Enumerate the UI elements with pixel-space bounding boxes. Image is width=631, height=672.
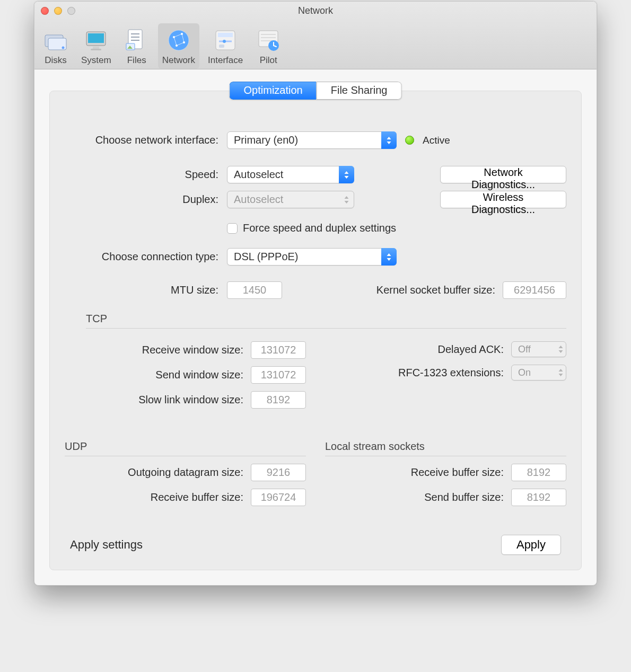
outgoing-dg-label: Outgoing datagram size: [128, 466, 243, 479]
network-icon [166, 28, 191, 53]
rfc1323-label: RFC-1323 extensions: [398, 367, 504, 379]
popup-arrows-icon [339, 166, 354, 183]
slow-link-label: Slow link window size: [138, 394, 243, 406]
speed-select[interactable]: Autoselect [227, 166, 354, 183]
toolbar-system[interactable]: System [77, 23, 116, 69]
toolbar-label: Pilot [260, 55, 277, 66]
tab-segmented: Optimization File Sharing [230, 82, 402, 100]
recv-win-input[interactable] [251, 341, 306, 359]
checkbox-box-icon [227, 223, 238, 234]
content: Optimization File Sharing Choose network… [34, 69, 597, 585]
toolbar: Disks System Files Network [39, 23, 592, 69]
toolbar-label: Disks [45, 55, 67, 66]
wireless-diagnostics-button[interactable]: Wireless Diagnostics... [440, 191, 566, 208]
send-win-input[interactable] [251, 366, 306, 384]
apply-settings-label: Apply settings [70, 538, 143, 552]
popup-arrows-icon [339, 191, 354, 208]
divider [86, 328, 566, 329]
preferences-window: Network Disks System Files [34, 1, 597, 586]
svg-point-22 [223, 40, 226, 43]
udp-recv-buf-input[interactable] [251, 489, 306, 506]
close-window-button[interactable] [41, 7, 49, 15]
toolbar-pilot[interactable]: Pilot [251, 23, 285, 69]
send-win-label: Send window size: [155, 369, 243, 381]
toolbar-label: System [81, 55, 111, 66]
mtu-input[interactable] [227, 281, 282, 299]
minimize-window-button[interactable] [54, 7, 62, 15]
rfc1323-value: On [518, 367, 531, 378]
network-diagnostics-button[interactable]: Network Diagnostics... [440, 166, 566, 183]
toolbar-label: Files [127, 55, 146, 66]
interface-icon [213, 28, 238, 53]
popup-arrows-icon [555, 341, 566, 357]
speed-value: Autoselect [234, 169, 283, 181]
apply-button[interactable]: Apply [501, 535, 561, 555]
system-icon [83, 28, 109, 53]
settings-panel: Optimization File Sharing Choose network… [49, 91, 582, 570]
titlebar: Network Disks System Files [34, 2, 597, 69]
disks-icon [43, 28, 68, 53]
delayed-ack-select: Off [511, 341, 566, 357]
interface-value: Primary (en0) [234, 134, 298, 146]
ls-recv-buf-input[interactable] [511, 464, 566, 481]
kernel-buffer-label: Kernel socket buffer size: [376, 284, 495, 296]
ls-send-buf-label: Send buffer size: [424, 491, 504, 503]
divider [325, 456, 566, 456]
svg-rect-5 [93, 47, 99, 49]
udp-heading: UDP [65, 440, 306, 453]
connection-type-label: Choose connection type: [65, 251, 218, 263]
connection-type-select[interactable]: DSL (PPPoE) [227, 248, 397, 266]
svg-rect-6 [91, 49, 101, 50]
toolbar-files[interactable]: Files [120, 23, 154, 69]
svg-rect-4 [88, 33, 104, 43]
divider [65, 456, 306, 456]
window-title: Network [34, 2, 597, 16]
toolbar-label: Network [162, 55, 195, 66]
ls-recv-buf-label: Receive buffer size: [411, 466, 504, 479]
force-speed-checkbox[interactable]: Force speed and duplex settings [227, 222, 396, 234]
svg-rect-20 [218, 33, 233, 37]
interface-select[interactable]: Primary (en0) [227, 131, 397, 149]
local-stream-heading: Local stream sockets [325, 440, 566, 453]
duplex-select: Autoselect [227, 191, 354, 208]
slow-link-input[interactable] [251, 391, 306, 409]
force-speed-label: Force speed and duplex settings [243, 222, 396, 234]
popup-arrows-icon [555, 365, 566, 381]
speed-label: Speed: [65, 169, 218, 181]
duplex-value: Autoselect [234, 193, 283, 206]
rfc1323-select: On [511, 365, 566, 381]
kernel-buffer-input[interactable] [503, 281, 566, 299]
delayed-ack-value: Off [518, 344, 531, 355]
status-active-label: Active [423, 135, 450, 146]
ls-send-buf-input[interactable] [511, 489, 566, 506]
toolbar-interface[interactable]: Interface [204, 23, 247, 69]
pilot-icon [256, 28, 281, 53]
tab-file-sharing[interactable]: File Sharing [317, 82, 402, 100]
popup-arrows-icon [381, 248, 397, 266]
duplex-label: Duplex: [65, 193, 218, 206]
traffic-lights [41, 7, 75, 15]
delayed-ack-label: Delayed ACK: [437, 343, 504, 356]
svg-point-2 [62, 47, 65, 49]
status-indicator-icon [405, 136, 414, 145]
toolbar-network[interactable]: Network [158, 23, 199, 69]
tcp-heading: TCP [86, 313, 566, 325]
zoom-window-button [67, 7, 75, 15]
outgoing-dg-input[interactable] [251, 464, 306, 481]
connection-type-value: DSL (PPPoE) [234, 251, 299, 263]
recv-win-label: Receive window size: [142, 344, 243, 356]
svg-rect-23 [219, 45, 224, 48]
tab-optimization[interactable]: Optimization [230, 82, 317, 100]
toolbar-label: Interface [208, 55, 243, 66]
mtu-label: MTU size: [65, 284, 218, 296]
udp-recv-buf-label: Receive buffer size: [151, 491, 243, 503]
toolbar-disks[interactable]: Disks [39, 23, 73, 69]
popup-arrows-icon [381, 131, 397, 149]
files-icon [124, 28, 150, 53]
interface-label: Choose network interface: [65, 134, 218, 146]
